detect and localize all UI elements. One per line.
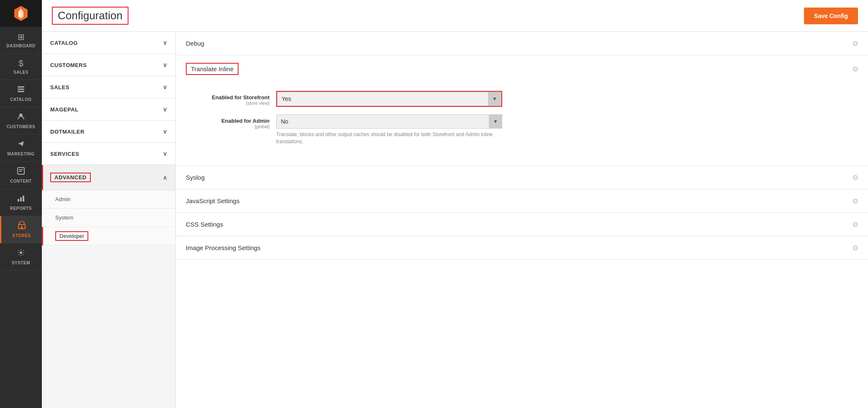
left-nav-sales[interactable]: SALES ∨ <box>42 76 175 98</box>
svg-rect-3 <box>18 86 24 88</box>
js-settings-section[interactable]: JavaScript Settings ⊙ <box>176 189 868 213</box>
left-nav-sub-admin-label: Admin <box>55 196 71 202</box>
main-area: Configuration Save Config CATALOG ∨ CUST… <box>42 0 868 408</box>
storefront-form-row: Enabled for Storefront [store view] Yes … <box>193 91 851 107</box>
chevron-down-icon: ∨ <box>163 106 167 113</box>
marketing-icon <box>17 139 25 150</box>
left-nav-sub-system[interactable]: System <box>42 209 175 227</box>
svg-rect-14 <box>21 226 23 229</box>
save-config-button[interactable]: Save Config <box>804 8 858 24</box>
left-nav-magepal-label: MAGEPAL <box>50 106 79 113</box>
admin-select-wrapper: No Yes ▼ <box>276 114 502 129</box>
sidebar-item-content[interactable]: CONTENT <box>0 162 42 189</box>
left-nav-sub-admin[interactable]: Admin <box>42 190 175 209</box>
sidebar-item-customers-label: CUSTOMERS <box>7 124 35 129</box>
admin-label: Enabled for Admin <box>193 118 270 124</box>
left-nav-services[interactable]: SERVICES ∨ <box>42 143 175 165</box>
admin-control-group: No Yes ▼ Translate, blocks and other out… <box>276 114 851 145</box>
svg-rect-4 <box>18 89 24 90</box>
chevron-down-icon: ∨ <box>163 84 167 90</box>
left-nav-sub-developer-label: Developer <box>55 231 88 241</box>
js-settings-toggle-icon: ⊙ <box>853 197 858 205</box>
debug-section[interactable]: Debug ⊙ <box>176 32 868 55</box>
syslog-section[interactable]: Syslog ⊙ <box>176 166 868 189</box>
left-nav-magepal[interactable]: MAGEPAL ∨ <box>42 98 175 121</box>
svg-rect-5 <box>18 91 24 92</box>
admin-hint: Translate, blocks and other output cache… <box>276 131 502 145</box>
chevron-down-icon: ∨ <box>163 128 167 135</box>
storefront-control-group: Yes No ▼ <box>276 91 851 107</box>
admin-label-group: Enabled for Admin [global] <box>193 114 276 129</box>
image-processing-section[interactable]: Image Processing Settings ⊙ <box>176 236 868 260</box>
body-layout: CATALOG ∨ CUSTOMERS ∨ SALES ∨ MAGEPAL ∨ … <box>42 32 868 408</box>
sidebar-item-system-label: SYSTEM <box>12 261 30 265</box>
css-settings-section-title: CSS Settings <box>186 221 223 228</box>
js-settings-section-title: JavaScript Settings <box>186 197 239 204</box>
admin-form-row: Enabled for Admin [global] No Yes ▼ <box>193 114 851 145</box>
magento-logo-icon <box>12 4 30 23</box>
left-nav-sub-developer[interactable]: Developer <box>42 227 175 245</box>
sidebar-item-system[interactable]: SYSTEM <box>0 243 42 271</box>
admin-sublabel: [global] <box>193 124 270 129</box>
dashboard-icon: ⊞ <box>18 32 25 42</box>
left-nav-advanced-submenu: Admin System Developer <box>42 190 175 245</box>
svg-rect-8 <box>19 169 23 170</box>
sidebar-item-dashboard[interactable]: ⊞ DASHBOARD <box>0 27 42 54</box>
translate-inline-header[interactable]: Translate Inline ⊙ <box>176 55 868 83</box>
left-nav-catalog-label: CATALOG <box>50 40 78 46</box>
svg-rect-12 <box>23 196 24 201</box>
chevron-down-icon: ∨ <box>163 62 167 68</box>
syslog-toggle-icon: ⊙ <box>853 173 858 181</box>
left-nav-services-label: SERVICES <box>50 151 80 157</box>
translate-inline-toggle-icon: ⊙ <box>853 65 858 73</box>
sidebar-item-sales-label: SALES <box>13 70 28 75</box>
image-processing-toggle-icon: ⊙ <box>853 244 858 252</box>
storefront-label-group: Enabled for Storefront [store view] <box>193 91 276 106</box>
left-nav-sales-label: SALES <box>50 84 69 90</box>
sidebar-item-marketing-label: MARKETING <box>7 152 34 156</box>
sidebar-item-catalog[interactable]: CATALOG <box>0 80 42 107</box>
customers-icon <box>17 112 25 123</box>
sidebar-item-content-label: CONTENT <box>10 179 32 183</box>
storefront-select[interactable]: Yes No <box>277 92 501 106</box>
left-nav-sub-system-label: System <box>55 214 73 221</box>
sidebar-item-customers[interactable]: CUSTOMERS <box>0 107 42 134</box>
translate-inline-body: Enabled for Storefront [store view] Yes … <box>176 83 868 165</box>
syslog-section-title: Syslog <box>186 174 205 181</box>
debug-toggle-icon: ⊙ <box>853 39 858 47</box>
reports-icon <box>17 194 25 204</box>
system-icon <box>17 248 25 259</box>
css-settings-toggle-icon: ⊙ <box>853 220 858 228</box>
sidebar-item-marketing[interactable]: MARKETING <box>0 134 42 162</box>
sidebar-item-stores-label: STORES <box>13 233 31 238</box>
left-nav: CATALOG ∨ CUSTOMERS ∨ SALES ∨ MAGEPAL ∨ … <box>42 32 176 408</box>
sidebar-item-sales[interactable]: $ SALES <box>0 54 42 80</box>
translate-inline-title: Translate Inline <box>186 63 239 75</box>
translate-inline-section: Translate Inline ⊙ Enabled for Storefron… <box>176 55 868 166</box>
catalog-icon <box>17 85 25 96</box>
left-nav-advanced[interactable]: ADVANCED ∧ <box>42 165 175 190</box>
left-nav-customers[interactable]: CUSTOMERS ∨ <box>42 54 175 76</box>
sidebar-item-stores[interactable]: STORES <box>0 216 42 243</box>
css-settings-section[interactable]: CSS Settings ⊙ <box>176 213 868 236</box>
debug-section-title: Debug <box>186 40 204 47</box>
storefront-sublabel: [store view] <box>193 101 270 106</box>
chevron-up-icon: ∧ <box>163 174 167 181</box>
sidebar-item-catalog-label: CATALOG <box>10 97 31 102</box>
admin-select[interactable]: No Yes <box>276 114 502 129</box>
svg-point-15 <box>20 251 22 254</box>
sales-icon: $ <box>18 59 23 68</box>
left-nav-dotmailer[interactable]: DOTMAILER ∨ <box>42 121 175 143</box>
sidebar-item-reports-label: REPORTS <box>10 206 32 211</box>
image-processing-section-title: Image Processing Settings <box>186 244 260 251</box>
sidebar-item-reports[interactable]: REPORTS <box>0 189 42 216</box>
sidebar: ⊞ DASHBOARD $ SALES CATALOG CUSTOMERS MA… <box>0 0 42 408</box>
chevron-down-icon: ∨ <box>163 39 167 46</box>
left-nav-catalog[interactable]: CATALOG ∨ <box>42 32 175 54</box>
sidebar-item-dashboard-label: DASHBOARD <box>6 44 36 48</box>
left-nav-customers-label: CUSTOMERS <box>50 62 87 68</box>
svg-rect-11 <box>20 197 22 201</box>
content-area: Debug ⊙ Translate Inline ⊙ Enabled for S… <box>176 32 868 408</box>
svg-rect-9 <box>19 171 22 172</box>
logo <box>0 0 42 27</box>
